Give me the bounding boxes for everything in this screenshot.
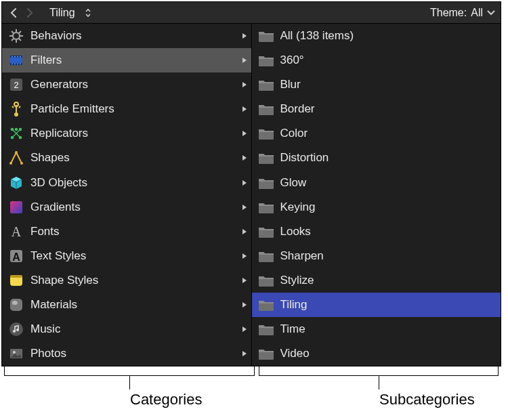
subcategories-column[interactable]: All (138 items)360°BlurBorderColorDistor…	[251, 24, 501, 366]
shape-icon	[7, 149, 25, 167]
disclosure-triangle-icon	[238, 228, 247, 235]
folder-icon	[257, 76, 275, 93]
category-label: Shape Styles	[30, 274, 232, 287]
breadcrumb-popup[interactable]: Tiling	[49, 7, 91, 19]
svg-rect-43	[10, 299, 22, 311]
breadcrumb-label: Tiling	[49, 7, 75, 19]
subcategory-item-color[interactable]: Color	[252, 121, 501, 146]
emitter-icon	[7, 100, 25, 118]
subcategory-label: Blur	[280, 78, 497, 91]
theme-value: All	[471, 7, 483, 19]
folder-icon	[257, 174, 275, 192]
category-item-materials[interactable]: Materials	[2, 293, 251, 317]
font-a-icon: A	[7, 223, 25, 240]
gear-icon	[7, 27, 25, 45]
folder-icon	[257, 320, 275, 338]
subcategory-item-tiling[interactable]: Tiling	[252, 293, 501, 317]
chevron-down-icon	[487, 10, 495, 16]
subcategory-item-time[interactable]: Time	[252, 317, 501, 341]
category-item-music[interactable]: Music	[2, 317, 251, 341]
category-label: Music	[30, 322, 232, 336]
category-label: Replicators	[30, 127, 232, 140]
subcategory-label: Distortion	[280, 151, 497, 165]
subcategory-item-distortion[interactable]: Distortion	[252, 146, 501, 170]
disclosure-triangle-icon	[238, 180, 247, 186]
subcategory-label: Time	[280, 322, 497, 336]
category-item-photos[interactable]: Photos	[2, 341, 251, 366]
svg-point-24	[14, 102, 18, 106]
subcategory-label: Video	[280, 347, 497, 360]
folder-icon	[257, 125, 275, 142]
svg-line-26	[19, 106, 20, 108]
category-item-generators[interactable]: 2Generators	[2, 72, 251, 97]
svg-point-22	[14, 112, 18, 117]
svg-line-6	[19, 39, 21, 41]
category-item-shapes[interactable]: Shapes	[2, 146, 251, 170]
category-item-shape-styles[interactable]: Shape Styles	[2, 268, 251, 293]
subcategory-item-sharpen[interactable]: Sharpen	[252, 244, 501, 268]
nav-forward-button[interactable]	[24, 5, 36, 20]
subcategory-item-blur[interactable]: Blur	[252, 72, 501, 97]
categories-column[interactable]: BehaviorsFilters2GeneratorsParticle Emit…	[2, 24, 251, 366]
svg-rect-16	[12, 64, 13, 65]
subcategory-item-border[interactable]: Border	[252, 97, 501, 121]
svg-point-34	[9, 162, 12, 165]
category-item-fonts[interactable]: AFonts	[2, 219, 251, 244]
svg-point-44	[12, 301, 18, 305]
folder-icon	[257, 247, 275, 265]
svg-point-49	[13, 351, 16, 354]
photos-icon	[7, 345, 25, 362]
annotation-subcategories: Subcategories	[379, 391, 475, 408]
subcategory-label: Tiling	[280, 298, 497, 312]
subcategory-item-looks[interactable]: Looks	[252, 219, 501, 244]
svg-text:2: 2	[14, 80, 18, 90]
subcategory-item-stylize[interactable]: Stylize	[252, 268, 501, 293]
cube-icon	[7, 174, 25, 192]
category-item-particle-emitters[interactable]: Particle Emitters	[2, 97, 251, 121]
chevron-right-icon	[26, 8, 33, 18]
filmstrip-icon	[7, 51, 25, 69]
category-label: Materials	[30, 298, 232, 312]
subcategory-item-360[interactable]: 360°	[252, 48, 501, 72]
subcategory-label: Color	[280, 127, 497, 140]
folder-icon	[257, 345, 275, 362]
svg-point-46	[13, 330, 16, 333]
category-label: Photos	[30, 347, 232, 360]
category-label: Behaviors	[30, 29, 232, 43]
svg-point-28	[15, 128, 18, 131]
category-item-replicators[interactable]: Replicators	[2, 121, 251, 146]
subcategory-label: Keying	[280, 201, 497, 214]
disclosure-triangle-icon	[238, 81, 247, 88]
category-item-text-styles[interactable]: AText Styles	[2, 244, 251, 268]
disclosure-triangle-icon	[238, 33, 247, 39]
category-item-gradients[interactable]: Gradients	[2, 195, 251, 219]
category-item-3d-objects[interactable]: 3D Objects	[2, 170, 251, 194]
svg-rect-13	[14, 56, 16, 58]
svg-rect-37	[10, 201, 22, 213]
updown-icon	[85, 8, 91, 18]
nav-back-button[interactable]	[7, 5, 20, 20]
category-item-behaviors[interactable]: Behaviors	[2, 24, 251, 48]
svg-point-45	[9, 322, 23, 336]
svg-point-35	[20, 162, 23, 165]
subcategory-item-glow[interactable]: Glow	[252, 170, 501, 194]
svg-point-36	[15, 151, 18, 154]
subcategory-label: Stylize	[280, 274, 497, 287]
gradient-icon	[7, 198, 25, 216]
subcategory-item-all[interactable]: All (138 items)	[252, 24, 501, 48]
folder-icon	[257, 100, 275, 118]
category-label: Fonts	[30, 225, 232, 238]
svg-rect-19	[20, 64, 21, 65]
category-label: Shapes	[30, 151, 232, 165]
folder-icon	[257, 296, 275, 314]
disclosure-triangle-icon	[238, 301, 247, 308]
folder-icon	[257, 149, 275, 167]
category-item-filters[interactable]: Filters	[2, 48, 251, 72]
svg-point-47	[16, 329, 19, 331]
annotation-categories: Categories	[130, 391, 202, 408]
subcategory-item-video[interactable]: Video	[252, 341, 501, 366]
svg-point-0	[13, 33, 20, 39]
theme-popup[interactable]: Theme: All	[430, 7, 495, 19]
svg-line-7	[12, 39, 14, 41]
subcategory-item-keying[interactable]: Keying	[252, 195, 501, 219]
